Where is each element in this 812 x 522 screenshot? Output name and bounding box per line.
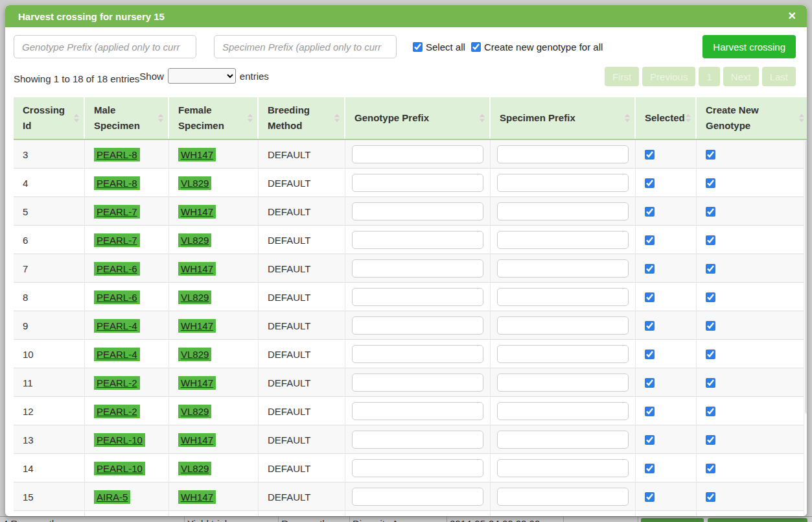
row-genotype-prefix-input[interactable] xyxy=(352,316,483,335)
row-create-new-genotype-checkbox[interactable] xyxy=(706,435,715,445)
row-create-new-genotype-checkbox[interactable] xyxy=(706,464,715,473)
female-specimen-link[interactable]: VL829 xyxy=(178,405,211,418)
row-create-new-genotype-checkbox[interactable] xyxy=(706,407,715,416)
male-specimen-link[interactable]: PEARL-4 xyxy=(94,348,140,361)
female-specimen-link[interactable]: WH147 xyxy=(178,319,216,333)
female-specimen-link[interactable]: WH147 xyxy=(178,205,216,219)
row-specimen-prefix-input[interactable] xyxy=(497,174,629,192)
column-header[interactable]: Female Specimen xyxy=(169,97,259,139)
row-create-new-genotype-checkbox[interactable] xyxy=(706,292,715,302)
select-all-label[interactable]: Select all xyxy=(426,42,465,53)
row-selected-checkbox[interactable] xyxy=(645,378,655,388)
pagination-button[interactable]: 1 xyxy=(699,67,719,86)
row-specimen-prefix-input[interactable] xyxy=(497,145,629,163)
row-specimen-prefix-input[interactable] xyxy=(497,459,629,477)
row-create-new-genotype-checkbox[interactable] xyxy=(706,207,715,217)
female-specimen-link[interactable]: WH147 xyxy=(178,376,216,390)
row-selected-checkbox[interactable] xyxy=(645,178,655,188)
row-genotype-prefix-input[interactable] xyxy=(352,402,483,420)
row-genotype-prefix-input[interactable] xyxy=(352,345,483,363)
female-specimen-link[interactable]: WH147 xyxy=(178,433,216,447)
column-header[interactable]: Breeding Method xyxy=(259,97,345,139)
row-specimen-prefix-input[interactable] xyxy=(497,202,629,220)
row-selected-checkbox[interactable] xyxy=(645,292,655,302)
male-specimen-link[interactable]: PEARL-7 xyxy=(94,233,140,247)
create-new-genotype-all-checkbox[interactable] xyxy=(471,42,481,52)
row-specimen-prefix-input[interactable] xyxy=(497,316,629,335)
row-selected-checkbox[interactable] xyxy=(645,350,655,359)
female-specimen-link[interactable]: VL829 xyxy=(178,462,211,475)
specimen-prefix-input[interactable] xyxy=(214,35,397,58)
row-selected-checkbox[interactable] xyxy=(645,150,655,160)
genotype-prefix-input[interactable] xyxy=(14,35,196,58)
row-create-new-genotype-checkbox[interactable] xyxy=(706,378,715,388)
row-genotype-prefix-input[interactable] xyxy=(352,174,483,192)
row-specimen-prefix-input[interactable] xyxy=(497,488,629,506)
female-specimen-link[interactable]: WH147 xyxy=(178,490,216,504)
column-header[interactable]: Crossing Id xyxy=(14,97,85,139)
row-specimen-prefix-input[interactable] xyxy=(497,259,629,278)
female-specimen-link[interactable]: VL829 xyxy=(178,348,211,361)
male-specimen-link[interactable]: PEARL-2 xyxy=(94,376,140,390)
row-create-new-genotype-checkbox[interactable] xyxy=(706,350,715,359)
close-icon[interactable]: ✕ xyxy=(788,11,796,21)
row-specimen-prefix-input[interactable] xyxy=(497,402,629,420)
row-selected-checkbox[interactable] xyxy=(645,264,655,274)
male-specimen-link[interactable]: PEARL-6 xyxy=(94,291,140,304)
row-create-new-genotype-checkbox[interactable] xyxy=(706,492,715,502)
row-selected-checkbox[interactable] xyxy=(645,492,655,502)
pagination-button[interactable]: Next xyxy=(723,67,759,86)
male-specimen-link[interactable]: PEARL-8 xyxy=(94,148,140,161)
scrollbar-thumb[interactable] xyxy=(805,140,807,414)
row-specimen-prefix-input[interactable] xyxy=(497,345,629,363)
create-new-genotype-all-label[interactable]: Create new genotype for all xyxy=(484,42,603,53)
row-genotype-prefix-input[interactable] xyxy=(352,202,483,220)
female-specimen-link[interactable]: WH147 xyxy=(178,148,216,161)
row-genotype-prefix-input[interactable] xyxy=(352,488,483,506)
pagination-button[interactable]: First xyxy=(605,67,639,86)
row-selected-checkbox[interactable] xyxy=(645,407,655,416)
row-specimen-prefix-input[interactable] xyxy=(497,288,629,306)
row-genotype-prefix-input[interactable] xyxy=(352,231,483,249)
male-specimen-link[interactable]: PEARL-7 xyxy=(94,205,140,219)
female-specimen-link[interactable]: VL829 xyxy=(178,176,211,190)
male-specimen-link[interactable]: PEARL-10 xyxy=(94,433,145,447)
row-selected-checkbox[interactable] xyxy=(645,464,655,473)
row-create-new-genotype-checkbox[interactable] xyxy=(706,178,715,188)
row-genotype-prefix-input[interactable] xyxy=(352,459,483,477)
pagination-button[interactable]: Last xyxy=(762,67,796,86)
male-specimen-link[interactable]: PEARL-10 xyxy=(94,462,145,475)
male-specimen-link[interactable]: PEARL-2 xyxy=(94,405,140,418)
column-header[interactable]: Selected xyxy=(636,97,697,139)
harvest-crossing-button[interactable]: Harvest crossing xyxy=(702,35,796,58)
row-genotype-prefix-input[interactable] xyxy=(352,431,483,449)
row-genotype-prefix-input[interactable] xyxy=(352,374,483,392)
female-specimen-link[interactable]: WH147 xyxy=(178,262,216,276)
row-selected-checkbox[interactable] xyxy=(645,207,655,217)
row-genotype-prefix-input[interactable] xyxy=(352,288,483,306)
female-specimen-link[interactable]: VL829 xyxy=(178,291,211,304)
column-header[interactable]: Male Specimen xyxy=(85,97,169,139)
page-size-select[interactable] xyxy=(168,68,236,84)
row-create-new-genotype-checkbox[interactable] xyxy=(706,235,715,245)
row-selected-checkbox[interactable] xyxy=(645,235,655,245)
row-selected-checkbox[interactable] xyxy=(645,435,655,445)
vertical-scrollbar[interactable] xyxy=(804,140,807,516)
row-create-new-genotype-checkbox[interactable] xyxy=(706,321,715,331)
row-create-new-genotype-checkbox[interactable] xyxy=(706,150,715,160)
row-genotype-prefix-input[interactable] xyxy=(352,259,483,278)
row-specimen-prefix-input[interactable] xyxy=(497,431,629,449)
row-selected-checkbox[interactable] xyxy=(645,321,655,331)
female-specimen-link[interactable]: VL829 xyxy=(178,233,211,247)
row-specimen-prefix-input[interactable] xyxy=(497,374,629,392)
male-specimen-link[interactable]: PEARL-4 xyxy=(94,319,140,333)
select-all-checkbox[interactable] xyxy=(413,42,423,52)
row-create-new-genotype-checkbox[interactable] xyxy=(706,264,715,274)
male-specimen-link[interactable]: PEARL-6 xyxy=(94,262,140,276)
male-specimen-link[interactable]: AIRA-5 xyxy=(94,490,130,504)
row-specimen-prefix-input[interactable] xyxy=(497,231,629,249)
row-genotype-prefix-input[interactable] xyxy=(352,145,483,163)
column-header[interactable]: Specimen Prefix xyxy=(491,97,636,139)
pagination-button[interactable]: Previous xyxy=(642,67,695,86)
column-header[interactable]: Create New Genotype xyxy=(697,97,807,139)
